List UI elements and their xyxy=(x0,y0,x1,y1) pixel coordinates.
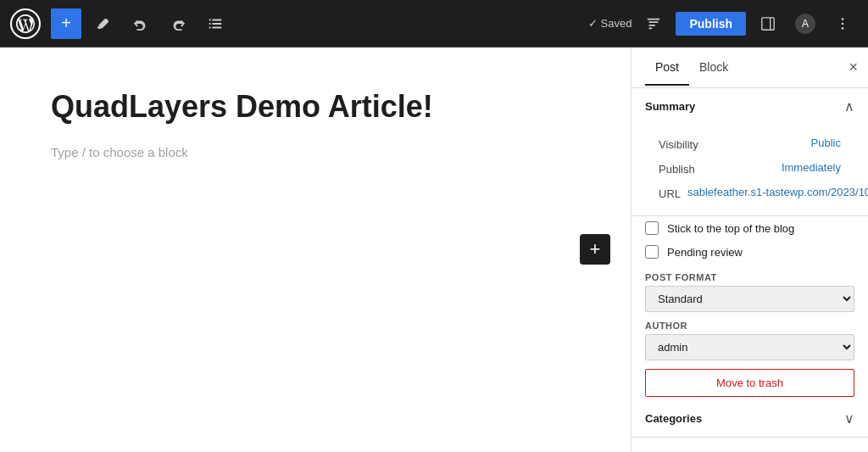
preview-button[interactable] xyxy=(638,8,669,39)
pencil-button[interactable] xyxy=(88,8,119,39)
list-view-button[interactable] xyxy=(200,8,231,39)
publish-value[interactable]: Immediately xyxy=(782,161,841,174)
editor-area[interactable]: QuadLayers Demo Article! Type / to choos… xyxy=(0,47,631,452)
author-field: AUTHOR admin xyxy=(632,312,868,360)
post-format-select[interactable]: Standard Aside Chat Gallery Image xyxy=(645,286,854,312)
visibility-row: Visibility Public xyxy=(645,131,854,156)
redo-button[interactable] xyxy=(163,8,193,39)
avatar-icon: A xyxy=(794,13,816,35)
add-block-button[interactable]: + xyxy=(51,8,81,39)
pending-review-row: Pending review xyxy=(632,240,868,264)
author-select[interactable]: admin xyxy=(645,334,854,360)
tab-block[interactable]: Block xyxy=(689,50,738,86)
svg-point-5 xyxy=(842,22,844,25)
wp-logo-icon[interactable] xyxy=(10,8,41,39)
sidebar-close-button[interactable]: × xyxy=(849,59,858,76)
pending-review-checkbox[interactable] xyxy=(645,245,659,259)
sidebar-header: Post Block × xyxy=(632,47,868,88)
toolbar-right: ✓ Saved Publish A xyxy=(588,8,858,39)
visibility-value[interactable]: Public xyxy=(811,137,841,149)
more-tools-button[interactable] xyxy=(827,8,858,39)
svg-point-4 xyxy=(842,18,844,20)
visibility-label: Visibility xyxy=(659,137,698,151)
publish-row: Publish Immediately xyxy=(645,156,854,181)
user-avatar-button[interactable]: A xyxy=(790,8,821,39)
block-placeholder[interactable]: Type / to choose a block xyxy=(51,145,580,159)
summary-body: Visibility Public Publish Immediately UR… xyxy=(632,125,868,215)
move-to-trash-button[interactable]: Move to trash xyxy=(645,369,854,397)
sidebar: Post Block × Summary ∧ Visibility Public xyxy=(631,47,868,452)
more-tools-icon xyxy=(835,16,850,31)
sidebar-tabs: Post Block xyxy=(645,50,854,86)
svg-rect-0 xyxy=(762,17,774,29)
toggle-sidebar-icon xyxy=(760,16,776,31)
pencil-icon xyxy=(96,16,111,31)
publish-label: Publish xyxy=(659,161,695,176)
preview-icon xyxy=(646,16,661,31)
post-format-field: POST FORMAT Standard Aside Chat Gallery … xyxy=(632,264,868,312)
categories-chevron-icon: ∨ xyxy=(844,410,854,427)
categories-section: Categories ∨ xyxy=(632,400,868,438)
summary-collapse-icon: ∧ xyxy=(844,98,854,114)
tab-post[interactable]: Post xyxy=(645,50,689,86)
stick-to-top-checkbox[interactable] xyxy=(645,221,659,235)
pending-review-label: Pending review xyxy=(667,246,743,259)
categories-title: Categories xyxy=(645,412,702,425)
list-view-icon xyxy=(208,16,223,31)
saved-text: Saved xyxy=(601,17,632,30)
svg-text:A: A xyxy=(802,18,809,30)
post-title[interactable]: QuadLayers Demo Article! xyxy=(51,88,580,125)
categories-header[interactable]: Categories ∨ xyxy=(632,400,868,437)
post-format-label: POST FORMAT xyxy=(632,264,868,286)
saved-status: ✓ Saved xyxy=(588,17,632,30)
wp-logo-svg xyxy=(16,14,35,33)
summary-title: Summary xyxy=(645,100,695,113)
svg-point-6 xyxy=(842,27,844,30)
toolbar: + ✓ Saved Publish A xyxy=(0,0,868,47)
sidebar-content: Summary ∧ Visibility Public Publish Imme… xyxy=(632,88,868,438)
summary-section-header[interactable]: Summary ∧ xyxy=(632,88,868,125)
add-block-floating-button[interactable]: + xyxy=(580,234,610,265)
stick-to-top-row: Stick to the top of the blog xyxy=(632,216,868,240)
toggle-sidebar-button[interactable] xyxy=(753,8,783,39)
main-layout: QuadLayers Demo Article! Type / to choos… xyxy=(0,47,868,452)
undo-button[interactable] xyxy=(125,8,156,39)
undo-icon xyxy=(133,16,148,31)
publish-button[interactable]: Publish xyxy=(676,12,746,36)
stick-to-top-label: Stick to the top of the blog xyxy=(667,222,794,235)
url-value[interactable]: sablefeather.s1-tastewp.com/2023/10/31/q… xyxy=(687,186,868,198)
redo-icon xyxy=(170,16,186,31)
url-row: URL sablefeather.s1-tastewp.com/2023/10/… xyxy=(645,181,854,205)
check-icon: ✓ xyxy=(588,17,598,30)
author-label: AUTHOR xyxy=(632,312,868,334)
summary-section: Summary ∧ Visibility Public Publish Imme… xyxy=(632,88,868,216)
url-label: URL xyxy=(659,186,681,200)
